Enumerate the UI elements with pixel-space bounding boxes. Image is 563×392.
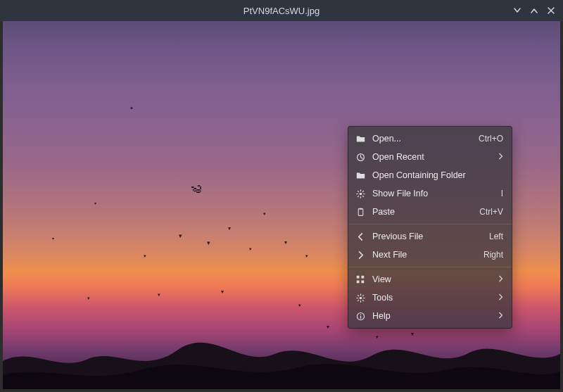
bird-silhouette: ▾ [179, 232, 182, 239]
grid-icon [355, 274, 365, 284]
menu-help[interactable]: Help [348, 307, 512, 325]
clock-icon [355, 152, 365, 162]
menu-open-recent[interactable]: Open Recent [348, 148, 512, 166]
chevron-left-icon [355, 232, 365, 241]
menu-accel: Right [483, 250, 503, 260]
bird-silhouette: ▾ [52, 236, 54, 241]
window-controls [511, 0, 557, 21]
chevron-right-icon [499, 152, 503, 162]
menu-label: Open... [372, 134, 472, 144]
menu-label: View [372, 274, 492, 284]
menu-label: Previous File [372, 232, 482, 241]
menu-accel: Ctrl+O [479, 134, 503, 144]
image-viewport[interactable]: ✦ ༄ ▾ ▾ ▾ ▾ ▾ ▾ ▾ ▾ ▾ ▾ · ▾ ▾ ▾ ▾ ▾ ▾ ▾ … [3, 21, 560, 389]
svg-point-1 [359, 192, 362, 195]
bird-silhouette: ▾ [94, 201, 96, 206]
bird-silhouette: ༄ [191, 179, 201, 203]
svg-rect-11 [360, 314, 360, 315]
folder-icon [355, 170, 365, 180]
svg-rect-10 [360, 315, 360, 318]
bird-silhouette: ▾ [87, 296, 90, 301]
titlebar: PtVN9fACsWU.jpg [0, 0, 563, 21]
menu-paste[interactable]: Paste Ctrl+V [348, 203, 512, 221]
chevron-right-icon [355, 250, 365, 260]
minimize-button[interactable] [511, 4, 524, 17]
menu-accel: Ctrl+V [479, 207, 503, 217]
svg-rect-6 [357, 281, 360, 284]
menu-open-containing-folder[interactable]: Open Containing Folder [348, 166, 512, 184]
svg-rect-7 [362, 281, 365, 284]
menu-label: Next File [372, 250, 476, 260]
bird-silhouette: ▾ [158, 292, 160, 298]
svg-point-8 [359, 296, 362, 299]
context-menu: Open... Ctrl+O Open Recent Open Containi… [348, 126, 512, 329]
bird-silhouette: · [305, 77, 306, 82]
menu-label: Open Recent [372, 152, 492, 162]
chevron-right-icon [499, 274, 503, 284]
menu-accel: Left [489, 232, 503, 241]
chevron-right-icon [499, 293, 503, 303]
bird-silhouette: ▾ [207, 239, 210, 246]
bird-silhouette: ▾ [305, 253, 308, 259]
menu-label: Help [372, 311, 492, 321]
bird-silhouette: ▾ [144, 253, 146, 259]
svg-rect-5 [362, 276, 365, 279]
menu-next-file[interactable]: Next File Right [348, 246, 512, 264]
bird-silhouette: ▾ [263, 211, 266, 217]
close-button[interactable] [545, 4, 557, 17]
svg-rect-3 [359, 208, 361, 209]
menu-label: Open Containing Folder [372, 170, 503, 180]
menu-label: Tools [372, 293, 492, 303]
bird-silhouette: ▾ [228, 225, 231, 232]
menu-separator [348, 267, 512, 267]
gear-icon [355, 189, 365, 198]
menu-label: Show File Info [372, 189, 494, 198]
menu-accel: I [501, 189, 503, 198]
bird-silhouette: ▾ [221, 289, 224, 295]
maximize-button[interactable] [528, 4, 540, 17]
bird-silhouette: ✦ [129, 106, 134, 111]
svg-rect-2 [358, 208, 363, 215]
menu-open[interactable]: Open... Ctrl+O [348, 129, 512, 148]
menu-view[interactable]: View [348, 270, 512, 289]
clipboard-icon [355, 207, 365, 217]
menu-show-file-info[interactable]: Show File Info I [348, 184, 512, 203]
menu-tools[interactable]: Tools [348, 289, 512, 307]
chevron-right-icon [499, 311, 503, 321]
bird-silhouette: ▾ [284, 239, 287, 246]
bird-silhouette: ▾ [249, 246, 252, 252]
gear-icon [355, 293, 365, 303]
menu-separator [348, 224, 512, 225]
menu-previous-file[interactable]: Previous File Left [348, 227, 512, 246]
menu-label: Paste [372, 207, 472, 217]
folder-icon [355, 134, 365, 144]
info-icon [355, 311, 365, 321]
svg-rect-4 [357, 276, 360, 279]
window-title: PtVN9fACsWU.jpg [243, 6, 320, 16]
